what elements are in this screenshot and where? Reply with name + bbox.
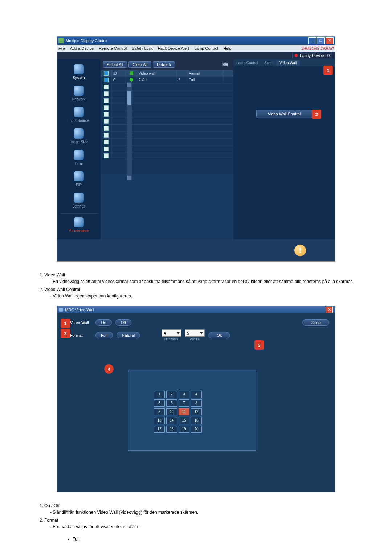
pip-icon [74, 171, 84, 181]
clear-all-button[interactable]: Clear All [128, 61, 151, 68]
scroll-down-icon[interactable] [127, 176, 131, 180]
col-status-icon[interactable] [126, 70, 137, 77]
slot-16[interactable]: 16 [191, 417, 202, 424]
scroll-up-icon[interactable] [127, 83, 131, 87]
row-checkbox[interactable] [104, 147, 109, 151]
fault-dot-icon [295, 54, 298, 57]
col-format[interactable]: Format [187, 70, 223, 77]
maintenance-icon [74, 217, 84, 227]
row-checkbox[interactable] [104, 91, 109, 96]
row-checkbox[interactable] [104, 78, 109, 82]
tab-lamp-control[interactable]: Lamp Control [233, 60, 261, 66]
vw-ok-button[interactable]: Ok [208, 332, 230, 338]
sidebar-item-maintenance[interactable]: Maintenance [57, 215, 101, 237]
slot-9[interactable]: 9 [154, 408, 165, 415]
window-titlebar: Multiple Display Control _ □ ✕ [57, 37, 335, 45]
row-checkbox[interactable] [104, 112, 109, 117]
slot-18[interactable]: 18 [166, 426, 177, 433]
sidebar-label-maintenance: Maintenance [68, 229, 89, 233]
app-icon [58, 38, 64, 43]
vw-label-format: Format [70, 333, 92, 337]
right-panel-tabs: Lamp Control Scroll Video Wall [233, 59, 335, 66]
slot-17[interactable]: 17 [154, 426, 165, 433]
slot-20[interactable]: 20 [191, 426, 202, 433]
header-checkbox[interactable] [104, 71, 109, 76]
vw-full-button[interactable]: Full [95, 332, 113, 338]
menu-remote-control[interactable]: Remote Control [99, 46, 127, 50]
slot-15[interactable]: 15 [179, 417, 189, 424]
row-checkbox[interactable] [104, 119, 109, 124]
slot-5[interactable]: 5 [154, 399, 165, 407]
sidebar-item-settings[interactable]: Settings [57, 190, 101, 212]
sidebar-label-input: Input Source [69, 119, 89, 123]
menu-safety-lock[interactable]: Safety Lock [132, 46, 152, 50]
vw-on-button[interactable]: On [95, 319, 112, 326]
select-all-button[interactable]: Select All [103, 61, 127, 68]
row-format: Full [187, 77, 223, 83]
close-button[interactable]: ✕ [326, 37, 334, 44]
slot-1[interactable]: 1 [154, 391, 165, 398]
slot-6[interactable]: 6 [166, 399, 177, 407]
tab-scroll[interactable]: Scroll [261, 60, 277, 66]
col-id[interactable]: ID [112, 70, 126, 77]
slot-3[interactable]: 3 [179, 391, 189, 398]
table-row[interactable]: 0 2 X 1 2 Full [101, 77, 233, 83]
slot-2[interactable]: 2 [166, 391, 177, 398]
slot-11[interactable]: 11 [179, 408, 189, 415]
slot-14[interactable]: 14 [166, 417, 177, 424]
row-checkbox[interactable] [104, 133, 109, 138]
vw-close-pill[interactable]: Close [302, 319, 329, 326]
callout-vw-1: 1 [61, 319, 70, 328]
menu-file[interactable]: File [58, 46, 65, 50]
sidebar-item-network[interactable]: Network [57, 83, 101, 105]
li-title-onoff: On / Off [44, 503, 60, 508]
minimize-button[interactable]: _ [308, 37, 316, 44]
row-checkbox[interactable] [104, 153, 109, 158]
tab-video-wall[interactable]: Video Wall [277, 60, 300, 66]
menu-add-device[interactable]: Add a Device [70, 46, 94, 50]
vw-natural-button[interactable]: Natural [117, 332, 140, 338]
sidebar-label-image-size: Image Size [70, 140, 88, 144]
right-panel: Lamp Control Scroll Video Wall Video Wal… [233, 59, 335, 239]
refresh-button[interactable]: Refresh [153, 61, 175, 68]
horizontal-select[interactable]: 4 [162, 329, 181, 337]
sidebar-item-system[interactable]: System [57, 62, 101, 83]
col-count[interactable] [177, 70, 187, 77]
callout-2: 2 [312, 110, 321, 119]
menu-help[interactable]: Help [223, 46, 232, 50]
slot-8[interactable]: 8 [191, 399, 202, 407]
slot-4[interactable]: 4 [191, 391, 202, 398]
row-checkbox[interactable] [104, 85, 109, 89]
menu-lamp-control[interactable]: Lamp Control [194, 46, 218, 50]
row-checkbox[interactable] [104, 105, 109, 110]
slot-19[interactable]: 19 [179, 426, 189, 433]
vw-off-button[interactable]: Off [115, 319, 131, 326]
bullet-full: Full [73, 537, 363, 542]
sidebar-item-pip[interactable]: PIP [57, 169, 101, 190]
vw-close-button[interactable]: ✕ [326, 307, 333, 313]
slot-12[interactable]: 12 [191, 408, 202, 415]
video-wall-control-button[interactable]: Video Wall Control 2 [256, 110, 312, 118]
vw-window-title: MDC Video Wall [65, 308, 94, 312]
row-checkbox[interactable] [104, 98, 109, 103]
slot-10[interactable]: 10 [166, 408, 177, 415]
grid-header: ID Video wall Format [101, 70, 233, 77]
maximize-button[interactable]: □ [317, 37, 325, 44]
sidebar-label-pip: PIP [76, 183, 82, 187]
sidebar-item-time[interactable]: Time [57, 148, 101, 169]
row-checkbox[interactable] [104, 126, 109, 131]
scroll-thumb[interactable] [127, 91, 131, 105]
sidebar-item-image-size[interactable]: Image Size [57, 126, 101, 148]
bottom-pane: ! [57, 239, 335, 261]
row-checkbox[interactable] [104, 140, 109, 144]
vertical-select[interactable]: 5 [185, 329, 205, 337]
list-item-vwc: Video Wall Control - Video Wall-egenskap… [44, 287, 363, 299]
col-video-wall[interactable]: Video wall [137, 70, 177, 77]
grid-scrollbar[interactable] [127, 82, 132, 180]
sidebar-item-input-source[interactable]: Input Source [57, 105, 101, 126]
slot-13[interactable]: 13 [154, 417, 165, 424]
sidebar-label-time: Time [75, 161, 83, 165]
row-status-dot-icon [130, 78, 133, 82]
menu-fault-alert[interactable]: Fault Device Alert [158, 46, 189, 50]
slot-7[interactable]: 7 [179, 399, 189, 407]
